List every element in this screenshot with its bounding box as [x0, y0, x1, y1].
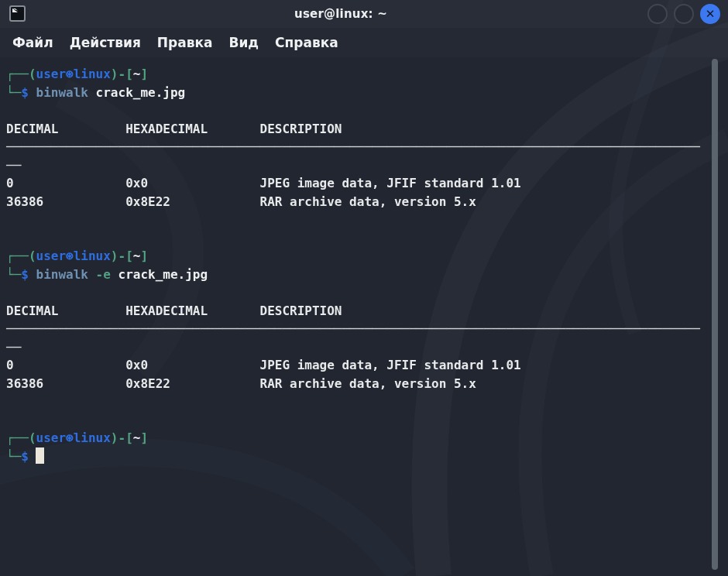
menu-item-actions[interactable]: Действия: [70, 35, 141, 50]
blank-line: [6, 283, 728, 302]
prompt-user-host: user⊛linux: [36, 67, 111, 81]
menu-item-edit[interactable]: Правка: [157, 35, 213, 50]
blank-line: [6, 229, 728, 248]
terminal-screen[interactable]: ┌──(user⊛linux)-[~] └─$ binwalk crack_me…: [0, 57, 728, 576]
menu-item-view[interactable]: Вид: [228, 35, 259, 50]
prompt-frame: )-[: [111, 430, 133, 445]
table-separator-line: ────────────────────────────────────────…: [6, 320, 728, 338]
table-separator-wrap: ──: [6, 338, 728, 357]
close-icon: ✕: [706, 9, 716, 20]
text-cursor: [36, 447, 44, 464]
minimize-button[interactable]: [647, 4, 668, 24]
menu-item-file[interactable]: Файл: [12, 35, 53, 50]
menu-item-help[interactable]: Справка: [275, 35, 338, 50]
prompt-line-top: ┌──(user⊛linux)-[~]: [6, 247, 728, 266]
prompt-user-host: user⊛linux: [36, 249, 111, 263]
command-line-active[interactable]: └─$: [6, 447, 728, 466]
prompt-path: ~: [133, 430, 141, 445]
window-controls: ✕: [647, 4, 720, 24]
blank-line: [6, 211, 728, 229]
prompt-frame: └─: [6, 85, 21, 100]
maximize-button[interactable]: [674, 4, 694, 24]
prompt-frame: )-[: [111, 249, 133, 263]
blank-line: [6, 101, 728, 120]
prompt-path: ~: [133, 67, 141, 81]
table-row: 0 0x0 JPEG image data, JFIF standard 1.0…: [6, 174, 728, 193]
close-button[interactable]: ✕: [700, 4, 720, 24]
window-title: user@linux: ~: [294, 7, 387, 21]
command-name: binwalk: [29, 85, 88, 100]
table-separator-wrap: ──: [6, 156, 728, 175]
command-line-2: └─$ binwalk -e crack_me.jpg: [6, 266, 728, 284]
binwalk-table-header: DECIMAL HEXADECIMAL DESCRIPTION: [6, 302, 728, 321]
prompt-frame: ]: [140, 67, 148, 81]
prompt-frame: ┌──(: [6, 249, 36, 263]
prompt-path: ~: [133, 249, 141, 263]
prompt-line-top: ┌──(user⊛linux)-[~]: [6, 429, 728, 447]
prompt-frame: ┌──(: [6, 67, 36, 81]
table-separator-line: ────────────────────────────────────────…: [6, 138, 728, 156]
titlebar: user@linux: ~ ✕: [0, 0, 728, 28]
blank-line: [6, 393, 728, 411]
prompt-frame: ]: [140, 430, 148, 445]
command-argument: crack_me.jpg: [88, 85, 185, 100]
prompt-line-top: ┌──(user⊛linux)-[~]: [6, 65, 728, 84]
prompt-symbol: $: [21, 267, 29, 282]
table-row: 36386 0x8E22 RAR archive data, version 5…: [6, 193, 728, 211]
prompt-frame: └─: [6, 267, 21, 282]
terminal-window: user@linux: ~ ✕ Файл Действия Правка Вид…: [0, 0, 728, 576]
binwalk-table-header: DECIMAL HEXADECIMAL DESCRIPTION: [6, 120, 728, 139]
command-argument: crack_me.jpg: [111, 267, 208, 282]
prompt-frame: )-[: [111, 67, 133, 81]
menu-bar: Файл Действия Правка Вид Справка: [0, 28, 728, 57]
prompt-frame: └─: [6, 449, 21, 464]
prompt-symbol: $: [21, 449, 29, 464]
scrollbar-thumb[interactable]: [712, 59, 718, 570]
prompt-frame: ]: [140, 249, 148, 263]
command-line-1: └─$ binwalk crack_me.jpg: [6, 84, 728, 102]
blank-line: [6, 411, 728, 430]
terminal-app-icon: [9, 5, 26, 22]
command-name: binwalk: [29, 267, 88, 282]
command-option: -e: [88, 267, 111, 282]
prompt-user-host: user⊛linux: [36, 430, 111, 445]
prompt-frame: ┌──(: [6, 430, 36, 445]
table-row: 0 0x0 JPEG image data, JFIF standard 1.0…: [6, 356, 728, 375]
table-row: 36386 0x8E22 RAR archive data, version 5…: [6, 375, 728, 393]
prompt-symbol: $: [21, 85, 29, 100]
